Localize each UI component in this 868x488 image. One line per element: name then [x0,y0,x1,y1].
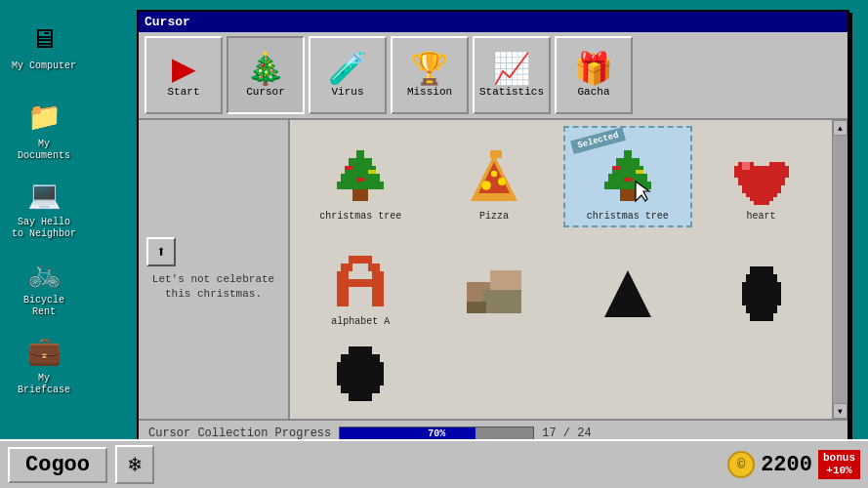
cursor-item-alphabet-a[interactable]: alphabet A [296,231,426,333]
say-hello-icon: 💻 [24,176,63,215]
start-icon: ▶ [172,53,196,84]
progress-count: 17 / 24 [542,427,591,440]
snowflake-button[interactable]: ❄ [115,445,154,484]
coin-icon: © [727,451,755,478]
scroll-down-button[interactable]: ▼ [833,403,847,419]
svg-point-11 [481,181,491,190]
toolbar: ▶ Start 🎄 Cursor 🧪 Virus 🏆 Mission 📈 Sta… [139,32,847,120]
progress-bar-container: 70% [339,427,534,440]
svg-rect-53 [746,305,777,313]
my-documents-icon: 📁 [24,98,63,137]
bonus-line1: bonus [823,452,855,465]
bonus-badge: bonus +10% [818,450,860,479]
svg-rect-23 [624,178,632,182]
tab-cursor[interactable]: 🎄 Cursor [227,36,305,114]
cursor-item-triangle[interactable] [563,231,693,333]
desktop-icon-my-computer[interactable]: 🖥 My Computer [10,20,78,72]
cursor-item-christmas-tree-selected[interactable]: Selected [563,126,693,227]
svg-rect-35 [349,256,372,264]
svg-rect-42 [372,287,384,295]
pizza-icon [463,146,525,209]
tab-virus[interactable]: 🧪 Virus [309,36,387,114]
tab-mission[interactable]: 🏆 Mission [391,36,469,114]
taskbar: Cogoo ❄ © 2200 bonus +10% [0,439,868,488]
cursor-item-empty [430,337,559,413]
svg-rect-16 [616,158,640,166]
cursor-item-pizza[interactable]: Pizza [430,126,559,227]
cursor-item-christmas-tree-1[interactable]: christmas tree [296,126,426,227]
svg-rect-43 [337,295,349,306]
svg-rect-30 [746,193,777,197]
svg-rect-36 [341,264,352,271]
tab-gacha[interactable]: 🎁 Gacha [555,36,633,114]
desktop-icon-bicycle-rent[interactable]: 🚲 Bicycle Rent [10,254,78,318]
vase-icon [730,263,793,325]
say-hello-label: Say Hello to Neighbor [10,217,78,240]
svg-rect-5 [352,189,368,201]
heart-svg [734,150,789,205]
svg-rect-44 [372,295,384,306]
pizza-label: Pizza [479,211,509,222]
christmas-tree-svg-1 [333,150,388,205]
svg-rect-7 [368,170,376,174]
alphabet-a-icon [329,252,392,314]
desktop-icon-say-hello[interactable]: 💻 Say Hello to Neighbor [10,176,78,240]
svg-rect-8 [356,178,364,182]
scrollbar[interactable]: ▲ ▼ [832,120,847,419]
svg-rect-47 [482,290,521,313]
christmas-tree-selected-label: christmas tree [587,211,669,222]
heart-label: heart [747,211,776,222]
share-button[interactable]: ⬆ [146,237,176,266]
bonus-line2: +10% [823,465,855,477]
desktop-icon-my-documents[interactable]: 📁 My Documents [10,98,78,162]
snowflake-icon: ❄ [128,452,141,478]
tab-statistics[interactable]: 📈 Statistics [473,36,551,114]
scroll-track[interactable] [833,136,847,403]
triangle-svg [600,266,655,321]
coin-amount: 2200 [761,453,812,477]
bicycle-rent-label: Bicycle Rent [10,295,78,318]
gacha-icon: 🎁 [574,53,613,84]
svg-rect-22 [636,170,643,174]
svg-rect-59 [349,393,372,401]
share-icon: ⬆ [156,242,166,262]
heart-icon [730,146,793,209]
svg-rect-21 [612,166,620,170]
cursor-item-blocks[interactable] [430,231,559,333]
tab-start[interactable]: ▶ Start [145,36,223,114]
svg-rect-20 [620,189,636,201]
svg-marker-49 [604,270,651,317]
my-computer-icon: 🖥 [24,20,63,59]
my-documents-label: My Documents [10,139,78,162]
svg-rect-40 [337,279,384,287]
svg-rect-15 [624,150,632,158]
taskbar-right: © 2200 bonus +10% [727,450,860,479]
cursor-item-oval[interactable] [296,337,426,413]
desktop-icon-my-briefcase[interactable]: 💼 My Briefcase [10,332,78,396]
my-briefcase-icon: 💼 [24,332,63,371]
statistics-icon: 📈 [492,53,531,84]
svg-rect-50 [750,266,773,274]
my-briefcase-label: My Briefcase [10,373,78,396]
svg-rect-0 [356,150,364,158]
scroll-up-button[interactable]: ▲ [833,120,847,136]
svg-rect-55 [349,346,372,354]
alphabet-a-svg [333,256,388,310]
start-button[interactable]: Cogoo [8,447,107,483]
coin-symbol: © [737,457,745,472]
window-title: Cursor [145,15,190,29]
cursor-tab-icon: 🎄 [246,53,285,84]
cursor-item-vase[interactable] [696,231,826,333]
svg-point-12 [498,178,506,185]
svg-rect-52 [742,282,781,305]
sidebar-message: Let's not celebrate this christmas. [146,272,280,303]
main-window: Cursor ▶ Start 🎄 Cursor 🧪 Virus 🏆 Missio… [137,10,849,439]
svg-rect-28 [738,178,785,185]
my-computer-label: My Computer [12,61,76,72]
vase-svg [734,266,789,321]
blocks-svg [467,266,521,321]
svg-rect-1 [349,158,372,166]
cursor-item-heart[interactable]: heart [696,126,826,227]
christmas-tree-1-label: christmas tree [319,211,401,222]
pizza-svg [467,150,521,205]
